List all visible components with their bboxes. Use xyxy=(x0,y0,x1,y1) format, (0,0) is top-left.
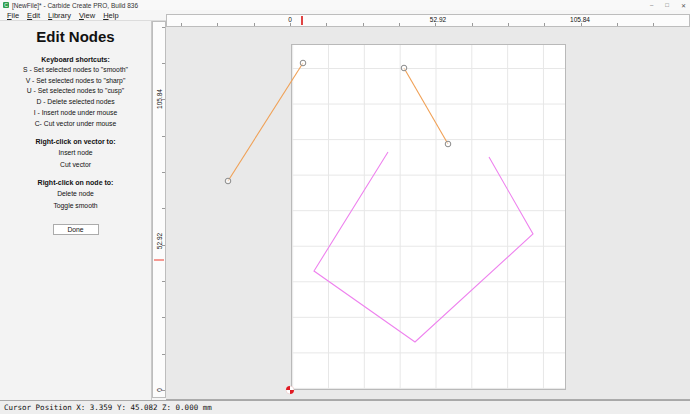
vruler-tick xyxy=(162,281,165,282)
shortcut-item: U - Set selected nodes to "cusp" xyxy=(0,86,151,97)
menu-library[interactable]: Library xyxy=(44,10,75,21)
vruler-tick xyxy=(162,172,165,173)
window-title: [NewFile]* - Carbide Create PRO, Build 8… xyxy=(12,2,138,9)
menu-edit[interactable]: Edit xyxy=(23,10,44,21)
vector-node[interactable] xyxy=(401,65,407,71)
shortcuts-heading: Keyboard shortcuts: xyxy=(0,56,151,63)
hruler-tick xyxy=(581,23,582,26)
vector-node[interactable] xyxy=(225,178,231,184)
shortcut-item: D - Delete selected nodes xyxy=(0,97,151,108)
menu-view[interactable]: View xyxy=(75,10,99,21)
origin-marker-quadrant xyxy=(286,386,290,390)
hruler-label: 0 xyxy=(288,16,292,23)
hruler-label: 52.92 xyxy=(430,16,446,23)
vector-node[interactable] xyxy=(445,141,451,147)
close-button[interactable]: ✕ xyxy=(681,2,686,9)
cursor-position-readout: Cursor Position X: 3.359 Y: 45.082 Z: 0.… xyxy=(4,403,212,412)
menu-help[interactable]: Help xyxy=(99,10,122,21)
hruler-tick xyxy=(290,23,291,26)
node-actions-list: Delete nodeToggle smooth xyxy=(0,188,151,211)
vruler-tick xyxy=(162,99,165,100)
node-action-item: Delete node xyxy=(0,188,151,200)
vruler-tick xyxy=(162,317,165,318)
vruler-tick xyxy=(162,390,165,391)
vruler-label: 52.92 xyxy=(156,233,163,249)
node-action-item: Toggle smooth xyxy=(0,200,151,212)
panel-title: Edit Nodes xyxy=(0,28,151,45)
orange-line-2[interactable] xyxy=(404,68,448,144)
origin-marker-quadrant xyxy=(290,390,294,394)
horizontal-ruler: 052.92105.84 xyxy=(166,14,690,27)
hruler-tick xyxy=(617,23,618,26)
shortcut-item: C- Cut vector under mouse xyxy=(0,119,151,130)
vector-actions-list: Insert nodeCut vector xyxy=(0,147,151,170)
shortcut-item: V - Set selected nodes to "sharp" xyxy=(0,76,151,87)
minimize-button[interactable]: – xyxy=(650,2,653,8)
hruler-label: 105.84 xyxy=(570,16,590,23)
shortcut-item: I - Insert node under mouse xyxy=(0,108,151,119)
app-window: C [NewFile]* - Carbide Create PRO, Build… xyxy=(0,0,690,414)
magenta-polyline[interactable] xyxy=(314,152,533,342)
vertical-ruler: 105.8452.920 xyxy=(152,21,166,398)
node-actions-heading: Right-click on node to: xyxy=(0,179,151,186)
hruler-tick xyxy=(508,23,509,26)
hruler-tick xyxy=(544,23,545,26)
hruler-tick xyxy=(326,23,327,26)
hruler-tick xyxy=(363,23,364,26)
hruler-tick xyxy=(254,23,255,26)
edit-nodes-panel: Edit Nodes Keyboard shortcuts: S - Set s… xyxy=(0,21,152,400)
menu-file[interactable]: File xyxy=(3,10,23,21)
vruler-tick xyxy=(162,208,165,209)
vector-action-item: Insert node xyxy=(0,147,151,159)
hruler-tick xyxy=(399,23,400,26)
maximize-button[interactable]: □ xyxy=(665,2,669,8)
vruler-tick xyxy=(162,63,165,64)
vector-node[interactable] xyxy=(300,60,306,66)
app-logo-icon: C xyxy=(3,2,9,8)
vruler-tick xyxy=(162,245,165,246)
hruler-tick xyxy=(181,23,182,26)
cursor-position-marker-x xyxy=(301,16,303,25)
hruler-tick xyxy=(653,23,654,26)
shortcut-list: S - Set selected nodes to "smooth"V - Se… xyxy=(0,65,151,129)
done-button[interactable]: Done xyxy=(53,224,99,235)
hruler-tick xyxy=(217,23,218,26)
cursor-position-marker-y xyxy=(154,259,164,261)
design-canvas[interactable] xyxy=(166,27,690,400)
vector-layer xyxy=(166,27,690,400)
vruler-tick xyxy=(162,354,165,355)
vruler-tick xyxy=(162,136,165,137)
hruler-tick xyxy=(472,23,473,26)
statusbar: Cursor Position X: 3.359 Y: 45.082 Z: 0.… xyxy=(0,400,690,414)
shortcut-item: S - Set selected nodes to "smooth" xyxy=(0,65,151,76)
vruler-tick xyxy=(162,27,165,28)
orange-line-1[interactable] xyxy=(228,63,303,181)
hruler-tick xyxy=(435,23,436,26)
titlebar: C [NewFile]* - Carbide Create PRO, Build… xyxy=(0,0,690,10)
vector-actions-heading: Right-click on vector to: xyxy=(0,138,151,145)
vector-action-item: Cut vector xyxy=(0,159,151,171)
